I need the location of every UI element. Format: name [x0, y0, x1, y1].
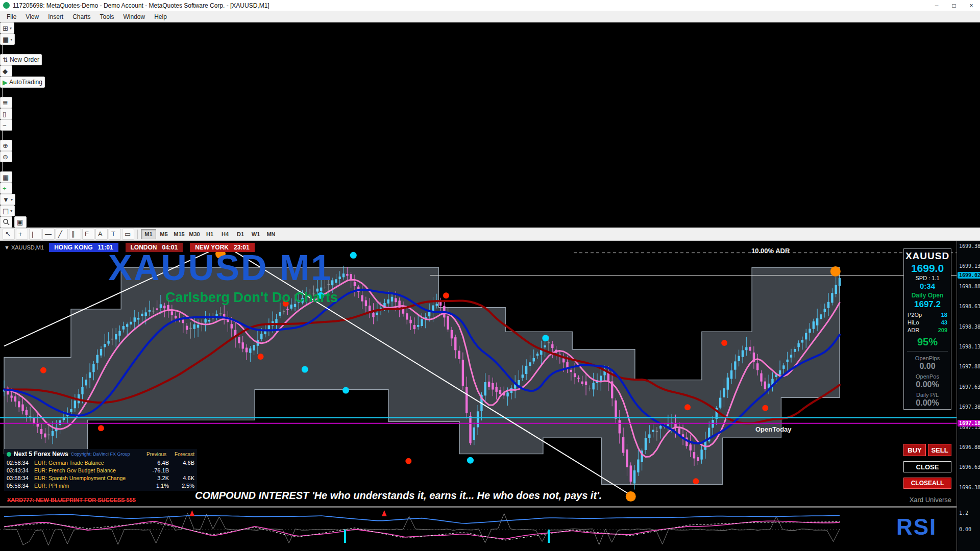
watermark-title: XAUUSD M1 — [108, 250, 332, 286]
quote-overlay: COMPOUND INTEREST 'He who understands it… — [195, 490, 644, 502]
session-time: 04:01 — [162, 244, 178, 251]
news-time: 05:58:34 — [7, 483, 34, 489]
shapes-tool-button[interactable]: ▭ — [122, 229, 134, 240]
toolbar-search-button[interactable] — [0, 216, 12, 228]
price-scale[interactable]: 1699.381699.131698.881698.631698.381698.… — [957, 241, 980, 551]
price-tick: 1699.38 — [959, 243, 980, 249]
maximize-button[interactable]: □ — [945, 0, 963, 11]
profiles-button[interactable]: ▦▾ — [0, 34, 15, 45]
stat-adr: ADR209 — [908, 327, 947, 334]
chart-symbol-label[interactable]: ▼ XAUUSD,M1 — [4, 244, 44, 251]
rsi-canvas[interactable] — [0, 508, 957, 551]
trendline-icon: ╱ — [58, 231, 62, 237]
app-icon — [3, 2, 10, 9]
bar-chart-icon: ≣ — [3, 99, 8, 106]
menu-file[interactable]: File — [2, 12, 21, 22]
minimize-button[interactable]: – — [928, 0, 945, 11]
timeframe-mn[interactable]: MN — [263, 229, 279, 239]
timeframe-m15[interactable]: M15 — [172, 229, 187, 239]
indicators-icon: + — [3, 185, 7, 192]
news-time: 03:43:34 — [7, 467, 34, 473]
open-pos-label: OpenPos — [916, 373, 939, 380]
price-tick: 1698.38 — [959, 324, 980, 330]
symbol-dashboard: XAUUSD 1699.0 SPD : 1.1 0:34 Daily Open … — [903, 248, 951, 410]
buy-button[interactable]: BUY — [903, 444, 926, 456]
menu-help[interactable]: Help — [150, 12, 172, 22]
news-time: 03:58:34 — [7, 475, 34, 481]
session-time: 11:01 — [97, 244, 113, 251]
crosshair-tool-button[interactable]: + — [16, 229, 28, 240]
timeframe-h4[interactable]: H4 — [217, 229, 233, 239]
timeframe-h1[interactable]: H1 — [202, 229, 217, 239]
candle-chart-button[interactable]: ▯ — [0, 108, 12, 119]
cursor-icon: ↖ — [5, 231, 11, 237]
panel-separator[interactable] — [0, 506, 980, 508]
bar-chart-button[interactable]: ≣ — [0, 97, 12, 108]
cursor-tool-button[interactable]: ↖ — [3, 229, 15, 240]
trendline-tool-button[interactable]: ╱ — [56, 229, 68, 240]
price-tick: 1699.13 — [959, 263, 980, 269]
text-icon: A — [98, 231, 103, 237]
close-button[interactable]: × — [963, 0, 980, 11]
fibonacci-tool-button[interactable]: F — [82, 229, 94, 240]
shapes-icon: ▭ — [125, 231, 131, 237]
autotrading-button[interactable]: ▶AutoTrading — [0, 77, 45, 88]
indicators-button[interactable]: + — [0, 183, 12, 194]
toolbar-separator — [137, 230, 138, 239]
news-col-previous: Previous — [141, 452, 166, 457]
close-all-button[interactable]: CLOSEALL — [903, 478, 951, 489]
zoom-out-button[interactable]: ⊖ — [0, 151, 12, 162]
forex-news-panel: Next 5 Forex News Copyright: DaVinci FX … — [4, 449, 197, 491]
new-chart-button[interactable]: ⊞▾ — [0, 22, 14, 34]
close-position-button[interactable]: CLOSE — [903, 461, 951, 472]
stat-hilo: HiLo43 — [908, 319, 947, 327]
crosshair-icon: + — [18, 231, 22, 237]
dropdown-caret-icon: ▾ — [11, 197, 13, 202]
timeframe-m30[interactable]: M30 — [187, 229, 202, 239]
open-pips-label: OpenPips — [915, 355, 940, 361]
autotrading-icon: ▶ — [3, 79, 8, 86]
price-tick: 1698.13 — [959, 344, 980, 349]
menu-charts[interactable]: Charts — [68, 12, 95, 22]
price-tick: 1698.88 — [959, 284, 980, 289]
channel-tool-button[interactable]: ∥ — [69, 229, 81, 240]
menu-tools[interactable]: Tools — [95, 12, 119, 22]
news-previous: 6.4B — [143, 460, 169, 466]
label-tool-button[interactable]: T — [109, 229, 121, 240]
periods-button[interactable]: ▼▾ — [0, 194, 15, 205]
vertical-line-tool-button[interactable]: | — [29, 229, 41, 240]
mql5-button[interactable]: ◆ — [0, 65, 12, 77]
templates-button[interactable]: ▤▾ — [0, 205, 15, 216]
sell-button[interactable]: SELL — [928, 444, 951, 456]
adr-label: 10.00% ADR — [751, 247, 790, 255]
text-tool-button[interactable]: A — [95, 229, 108, 240]
session-london: LONDON04:01 — [126, 243, 183, 252]
daily-open-value: 1697.2 — [914, 299, 941, 310]
session-name: HONG KONG — [54, 244, 92, 251]
session-name: LONDON — [131, 244, 157, 251]
menu-insert[interactable]: Insert — [43, 12, 68, 22]
open-line-badge: 1697.18 — [958, 420, 980, 427]
timeframe-m1[interactable]: M1 — [141, 229, 156, 239]
rsi-scale-mid: 0.00 — [959, 527, 971, 532]
watermark-subtitle: Carlsberg Don't Do Charts — [165, 290, 338, 306]
new-order-button[interactable]: ⇅New Order — [0, 54, 42, 65]
timeframe-w1[interactable]: W1 — [248, 229, 263, 239]
toolbox-button[interactable]: ▣ — [14, 216, 27, 228]
session-row: HONG KONG11:01LONDON04:01NEW YORK23:01 — [49, 243, 255, 252]
timeframe-m5[interactable]: M5 — [156, 229, 172, 239]
toolbar-right-group: ▣ — [0, 216, 980, 228]
periods-icon: ▼ — [3, 196, 9, 203]
news-forecast: 4.6B — [169, 460, 194, 466]
horizontal-line-icon: — — [45, 231, 52, 237]
line-chart-button[interactable]: ~ — [0, 119, 12, 131]
timeframe-d1[interactable]: D1 — [233, 229, 248, 239]
toolbar-separator — [2, 162, 3, 171]
horizontal-line-tool-button[interactable]: — — [42, 229, 55, 240]
window-title: 117205698: MetaQuotes-Demo - Demo Accoun… — [13, 2, 270, 9]
zoom-in-button[interactable]: ⊕ — [0, 140, 12, 151]
open-pips-value: 0.00 — [919, 362, 935, 371]
menu-view[interactable]: View — [21, 12, 43, 22]
menu-window[interactable]: Window — [119, 12, 150, 22]
tile-windows-button[interactable]: ▦ — [0, 171, 12, 183]
